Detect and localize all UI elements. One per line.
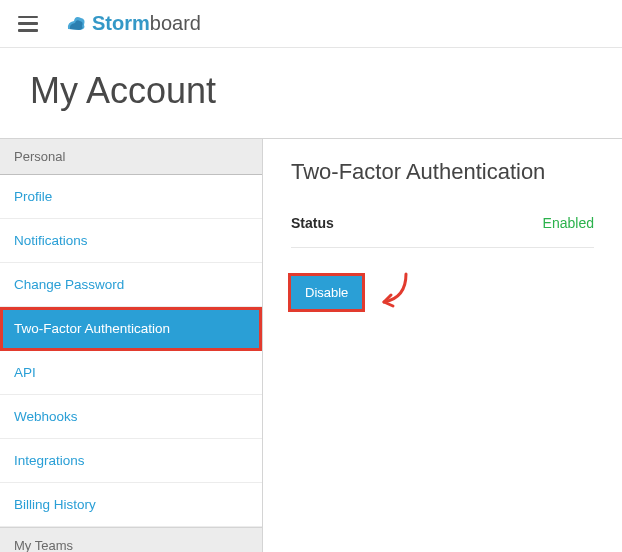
sidebar-item-webhooks[interactable]: Webhooks: [0, 395, 262, 439]
disable-button[interactable]: Disable: [291, 276, 362, 309]
sidebar-item-integrations[interactable]: Integrations: [0, 439, 262, 483]
section-heading: Two-Factor Authentication: [291, 159, 594, 185]
status-value: Enabled: [543, 215, 594, 231]
sidebar-item-billing-history[interactable]: Billing History: [0, 483, 262, 527]
sidebar: Personal Profile Notifications Change Pa…: [0, 139, 263, 552]
sidebar-item-two-factor[interactable]: Two-Factor Authentication: [0, 307, 262, 351]
sidebar-section-my-teams[interactable]: My Teams: [0, 527, 262, 552]
action-row: Disable: [291, 270, 594, 314]
annotation-arrow-icon: [376, 270, 416, 314]
sidebar-item-notifications[interactable]: Notifications: [0, 219, 262, 263]
main-panel: Two-Factor Authentication Status Enabled…: [263, 139, 622, 552]
menu-icon[interactable]: [18, 16, 38, 32]
page-title: My Account: [0, 48, 622, 138]
topbar: Stormboard: [0, 0, 622, 48]
status-row: Status Enabled: [291, 203, 594, 248]
content-layout: Personal Profile Notifications Change Pa…: [0, 138, 622, 552]
sidebar-item-change-password[interactable]: Change Password: [0, 263, 262, 307]
status-label: Status: [291, 215, 334, 231]
brand-text: Stormboard: [92, 12, 201, 35]
brand-logo[interactable]: Stormboard: [62, 11, 201, 37]
logo-mark-icon: [62, 11, 88, 37]
sidebar-item-profile[interactable]: Profile: [0, 175, 262, 219]
sidebar-item-api[interactable]: API: [0, 351, 262, 395]
sidebar-section-personal: Personal: [0, 139, 262, 175]
